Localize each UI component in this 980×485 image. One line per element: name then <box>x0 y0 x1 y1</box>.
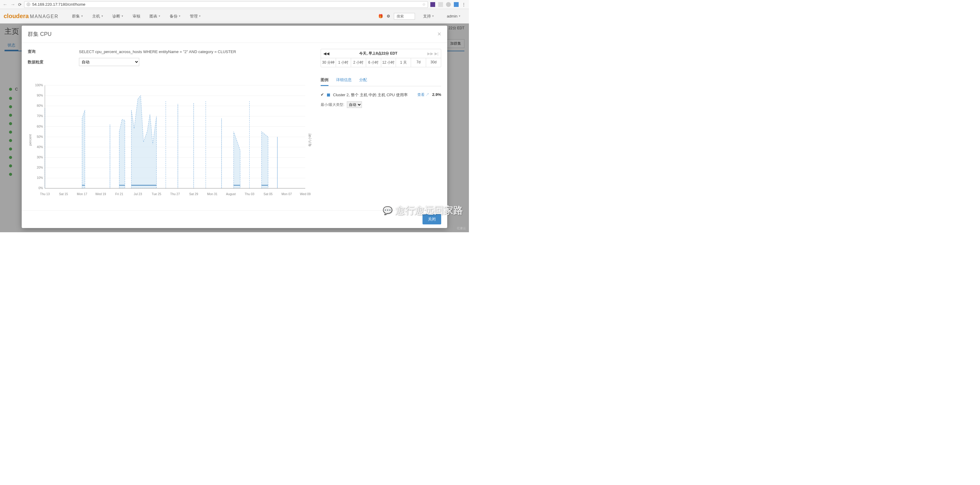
nav-fwd-icon[interactable]: ▶▶ ▶| <box>427 51 439 56</box>
svg-text:Mon 17: Mon 17 <box>77 192 88 196</box>
svg-text:80%: 80% <box>37 104 43 107</box>
nav-charts[interactable]: 图表▼ <box>145 14 165 19</box>
svg-text:40%: 40% <box>37 145 43 149</box>
query-row: 查询 SELECT cpu_percent_across_hosts WHERE… <box>28 49 315 54</box>
watermark-text: 愈行愈远回家路 <box>395 204 463 217</box>
nav-label: 图表 <box>150 14 157 19</box>
time-btn-12h[interactable]: 12 小时 <box>381 58 396 67</box>
query-value: SELECT cpu_percent_across_hosts WHERE en… <box>79 49 236 54</box>
time-nav-top: ◀◀ 今天, 早上8点22分 EDT ▶▶ ▶| <box>321 49 441 58</box>
time-btn-1h[interactable]: 1 小时 <box>336 58 351 67</box>
granularity-label: 数据粒度 <box>28 59 79 65</box>
svg-text:50%: 50% <box>37 135 43 139</box>
svg-text:70%: 70% <box>37 114 43 118</box>
time-btn-1d[interactable]: 1 天 <box>396 58 411 67</box>
time-btn-7d[interactable]: 7d <box>411 58 426 67</box>
nav-backup[interactable]: 备份▼ <box>165 14 185 19</box>
cpu-chart: 0%10%20%30%40%50%60%70%80%90%100%percent… <box>28 76 315 204</box>
minmax-select[interactable]: 自动 <box>347 101 362 108</box>
chevron-down-icon: ▼ <box>81 15 83 18</box>
granularity-select[interactable]: 自动 <box>79 58 139 66</box>
label: admin <box>447 14 457 18</box>
svg-text:Thu 13: Thu 13 <box>40 192 50 196</box>
tab-legend[interactable]: 图例 <box>321 75 328 86</box>
nav-admin[interactable]: 管理▼ <box>185 14 205 19</box>
nav-back-icon[interactable]: ◀◀ <box>323 51 329 56</box>
url-bar[interactable]: ⓘ 54.169.220.17:7180/cmf/home ☆ <box>24 1 428 8</box>
time-navigator: ◀◀ 今天, 早上8点22分 EDT ▶▶ ▶| 30 分钟 1 小时 2 小时… <box>321 49 441 67</box>
star-icon[interactable]: ☆ <box>422 2 426 6</box>
chevron-down-icon: ▼ <box>121 15 124 18</box>
nav-hosts[interactable]: 主机▼ <box>88 14 108 19</box>
svg-text:Sat 29: Sat 29 <box>189 192 198 196</box>
nav-label: 诊断 <box>112 14 120 19</box>
svg-text:Jul 23: Jul 23 <box>134 192 142 196</box>
chevron-down-icon: ▼ <box>101 15 103 18</box>
time-btn-30d[interactable]: 30d <box>426 58 441 67</box>
label: 支持 <box>423 14 431 19</box>
right-panel: ◀◀ 今天, 早上8点22分 EDT ▶▶ ▶| 30 分钟 1 小时 2 小时… <box>321 49 441 204</box>
svg-text:Mon 31: Mon 31 <box>207 192 218 196</box>
url-text: 54.169.220.17:7180/cmf/home <box>32 2 85 6</box>
info-icon[interactable]: ⓘ <box>26 2 30 6</box>
nav-label: 审核 <box>133 14 140 19</box>
ext-icon-2[interactable] <box>438 2 443 7</box>
search-input[interactable] <box>394 13 415 19</box>
svg-text:Thu 27: Thu 27 <box>170 192 180 196</box>
left-panel: 查询 SELECT cpu_percent_across_hosts WHERE… <box>28 49 315 204</box>
tab-details[interactable]: 详细信息 <box>336 75 352 86</box>
nav-right: 🎁 ⚙ 支持▼ admin▼ <box>378 13 465 19</box>
legend-row: ✔ Cluster 2, 整个 主机 中的 主机 CPU 使用率 查看 ↗ 2.… <box>321 92 441 98</box>
svg-text:90%: 90% <box>37 94 43 97</box>
forward-icon[interactable]: → <box>10 2 16 7</box>
wechat-icon: 💬 <box>383 206 392 215</box>
parcel-icon[interactable]: 🎁 <box>378 14 383 18</box>
ext-icon-1[interactable] <box>430 2 435 7</box>
svg-text:Sat 15: Sat 15 <box>59 192 68 196</box>
back-icon[interactable]: ← <box>2 2 8 7</box>
svg-text:percent: percent <box>28 134 32 146</box>
brand-logo[interactable]: cloudera MANAGER <box>4 13 59 19</box>
svg-text:Fri 21: Fri 21 <box>115 192 124 196</box>
svg-text:Wed 19: Wed 19 <box>95 192 106 196</box>
svg-text:20%: 20% <box>37 166 43 169</box>
svg-text:Sat 05: Sat 05 <box>264 192 273 196</box>
modal-header: 群集 CPU × <box>22 26 447 43</box>
time-buttons: 30 分钟 1 小时 2 小时 6 小时 12 小时 1 天 7d 30d <box>321 58 441 67</box>
minmax-row: 最小/最大类型: 自动 <box>321 101 441 108</box>
brand-sub: MANAGER <box>30 14 59 19</box>
svg-text:每六小时: 每六小时 <box>308 133 312 147</box>
ext-icon-4[interactable] <box>454 2 459 7</box>
extension-icons: ⋮ <box>430 2 466 7</box>
check-icon[interactable]: ✔ <box>321 92 324 97</box>
svg-text:Wed 09: Wed 09 <box>300 192 311 196</box>
app-nav: cloudera MANAGER 群集▼ 主机▼ 诊断▼ 审核 图表▼ 备份▼ … <box>0 9 469 24</box>
view-link[interactable]: 查看 ↗ <box>417 92 429 97</box>
svg-text:60%: 60% <box>37 125 43 128</box>
user-menu[interactable]: admin▼ <box>442 14 465 18</box>
support-menu[interactable]: 支持▼ <box>418 14 439 19</box>
nav-clusters[interactable]: 群集▼ <box>67 14 88 19</box>
tab-distribution[interactable]: 分配 <box>359 75 367 86</box>
ext-icon-3[interactable] <box>446 2 451 7</box>
svg-text:0%: 0% <box>38 187 43 190</box>
svg-text:100%: 100% <box>35 83 43 87</box>
chevron-down-icon: ▼ <box>158 15 161 18</box>
time-btn-2h[interactable]: 2 小时 <box>351 58 366 67</box>
time-btn-6h[interactable]: 6 小时 <box>366 58 381 67</box>
reload-icon[interactable]: ⟳ <box>18 2 22 7</box>
minmax-label: 最小/最大类型: <box>321 102 344 107</box>
nav-label: 主机 <box>92 14 100 19</box>
nav-label: 群集 <box>72 14 80 19</box>
time-btn-30m[interactable]: 30 分钟 <box>321 58 336 67</box>
svg-text:30%: 30% <box>37 156 43 159</box>
menu-icon[interactable]: ⋮ <box>462 2 466 7</box>
browser-bar: ← → ⟳ ⓘ 54.169.220.17:7180/cmf/home ☆ ⋮ <box>0 0 469 9</box>
running-icon[interactable]: ⚙ <box>387 14 390 18</box>
color-swatch <box>327 94 330 97</box>
chevron-down-icon: ▼ <box>178 15 181 18</box>
nav-label: 备份 <box>170 14 178 19</box>
nav-diagnostics[interactable]: 诊断▼ <box>108 14 128 19</box>
nav-audits[interactable]: 审核 <box>128 14 145 19</box>
close-icon[interactable]: × <box>437 30 441 38</box>
